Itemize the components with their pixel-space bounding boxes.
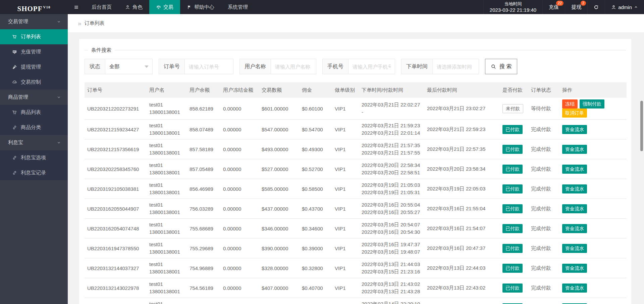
input-user-name[interactable] (271, 64, 316, 70)
recharge-shortcut[interactable]: 充值 22 (542, 0, 565, 14)
cell-paid: 已付款 (500, 278, 528, 298)
action-button-取消订单[interactable]: 取消订单 (562, 108, 587, 118)
link-icon (12, 125, 17, 130)
person-icon (125, 5, 130, 10)
search-legend: 条件搜索 (88, 47, 115, 53)
withdraw-shortcut[interactable]: 提现 2 (565, 0, 587, 14)
cell-frozen: 0.00000 (220, 258, 259, 278)
sidebar-item-goods-list[interactable]: 商品列表 (0, 105, 68, 120)
action-button-资金流水[interactable]: 资金流水 (562, 204, 587, 213)
cell-pay-time: 2022年03月16日 20:55:27 (362, 209, 422, 216)
cell-order_no: UB2203132144037327 (85, 258, 147, 278)
cell-paid: 已付款 (500, 179, 528, 199)
sidebar-item-lixibao-options[interactable]: 利息宝选项 (0, 150, 68, 165)
sidebar-group-goods-mgmt[interactable]: 商品管理 (0, 90, 68, 105)
cell-user: test0113800138001 (147, 98, 187, 120)
cell-username: test01 (149, 241, 184, 248)
nav-item-home[interactable]: 后台首页 (85, 0, 118, 14)
action-button-资金流水[interactable]: 资金流水 (562, 125, 587, 134)
cell-actions: 资金流水 (559, 120, 627, 139)
paid-badge[interactable]: 已付款 (502, 264, 523, 273)
action-button-资金流水[interactable]: 资金流水 (562, 264, 587, 273)
sidebar-item-goods-category[interactable]: 商品分类 (0, 120, 68, 135)
cell-order_no: UB2203162055044907 (85, 199, 147, 219)
paid-badge[interactable]: 未付款 (502, 104, 523, 113)
cell-level: VIP1 (332, 120, 359, 139)
column-header-balance: 用户余额 (187, 82, 220, 98)
paid-badge[interactable]: 已付款 (502, 244, 523, 253)
action-button-资金流水[interactable]: 资金流水 (562, 244, 587, 253)
scrollbar-thumb[interactable] (640, 101, 643, 151)
paid-badge[interactable]: 已付款 (502, 204, 523, 213)
cell-order_time: 2022年03月21日 22:02:27- (359, 98, 424, 120)
cell-pay-time: 2022年03月20日 22:58:51 (362, 169, 422, 176)
paid-badge[interactable]: 已付款 (502, 184, 523, 193)
input-wrap-order-time (432, 59, 479, 74)
paid-badge[interactable]: 已付款 (502, 145, 523, 154)
nav-item-trade[interactable]: 交易 (149, 0, 180, 14)
app-logo: SHOPFV10 (0, 0, 68, 14)
cell-last_pay_time: 2022年03月16日 21:54:07 (424, 219, 500, 238)
cell-amount: $601.00000 (259, 98, 299, 120)
sidebar-item-recharge-mgmt[interactable]: 充值管理 (0, 44, 68, 59)
scrollbar[interactable] (640, 0, 643, 304)
field-label-status: 状态 (85, 59, 105, 74)
sidebar-group-trade-mgmt[interactable]: 交易管理 (0, 14, 68, 29)
input-phone[interactable] (348, 64, 395, 70)
cell-level: VIP1 (332, 278, 359, 298)
sidebar-item-label: 订单列表 (21, 34, 41, 40)
local-time: 当地时间 2023-03-22 21:19:40 (483, 0, 542, 14)
cell-amount: $493.00000 (259, 139, 299, 159)
sidebar-item-trade-control[interactable]: 交易控制 (0, 75, 68, 90)
sidebar-item-label: 提现管理 (21, 64, 41, 70)
cell-user: test0113800138001 (147, 120, 187, 139)
paid-badge[interactable]: 已付款 (502, 224, 523, 233)
select-status[interactable]: 全部 (105, 59, 153, 74)
action-button-资金流水[interactable]: 资金流水 (562, 284, 587, 293)
cell-frozen: 0.00000 (220, 298, 259, 304)
cell-commission: $0.54700 (299, 120, 332, 139)
cell-actions: 冻结强制付款取消订单 (559, 98, 627, 120)
action-button-强制付款[interactable]: 强制付款 (580, 99, 604, 108)
paid-badge[interactable]: 已付款 (502, 125, 523, 134)
search-button[interactable]: 搜 索 (485, 59, 517, 74)
sidebar-group-lixibao[interactable]: 利息宝 (0, 135, 68, 150)
nav-item-toggle[interactable] (68, 0, 85, 14)
cell-user: test0113800138001 (147, 219, 187, 238)
user-menu[interactable]: admin (605, 0, 644, 14)
cell-pay-time: 2022年03月21日 22:01:14 (362, 129, 422, 137)
cell-order_time: 2022年03月16日 19:47:372022年03月16日 19:48:07 (359, 238, 424, 258)
nav-item-label: 角色 (132, 4, 143, 10)
cell-order_time: 2022年03月21日 21:57:352022年03月21日 21:57:55 (359, 139, 424, 159)
refresh-button[interactable] (587, 0, 605, 14)
cell-paid: 已付款 (500, 139, 528, 159)
cell-user: test0113800138001 (147, 278, 187, 298)
cell-user: test0113800138001 (147, 298, 187, 304)
cell-last_pay_time: 2022年03月13日 22:44:03 (424, 258, 500, 278)
input-order-time[interactable] (433, 64, 479, 70)
action-button-资金流水[interactable]: 资金流水 (562, 184, 587, 193)
sidebar-item-order-list[interactable]: 订单列表 (0, 29, 68, 44)
action-button-冻结[interactable]: 冻结 (562, 99, 578, 108)
cell-user: test0113800138001 (147, 199, 187, 219)
action-button-资金流水[interactable]: 资金流水 (562, 224, 587, 233)
paid-badge[interactable]: 已付款 (502, 284, 523, 293)
paid-badge[interactable]: 已付款 (502, 165, 523, 174)
nav-item-system[interactable]: 系统管理 (221, 0, 255, 14)
cell-order-time: 2022年03月21日 21:57:35 (362, 142, 422, 149)
user-icon (611, 5, 616, 10)
nav-item-role[interactable]: 角色 (118, 0, 149, 14)
chevron-down-icon (57, 140, 61, 145)
cell-order-time: 2022年03月20日 22:58:34 (362, 162, 422, 169)
input-order-no[interactable] (185, 64, 233, 70)
cell-level: VIP1 (332, 159, 359, 179)
sidebar-item-withdraw-mgmt[interactable]: 提现管理 (0, 59, 68, 75)
action-button-资金流水[interactable]: 资金流水 (562, 165, 587, 174)
cell-status: 完成付款 (528, 139, 559, 159)
column-header-order_time: 下单时间/付款时间 (359, 82, 424, 98)
cell-pay-time: 2022年03月13日 21:43:28 (362, 288, 422, 295)
sidebar-item-lixibao-records[interactable]: 利息宝记录 (0, 165, 68, 180)
nav-item-help[interactable]: 帮助中心 (180, 0, 221, 14)
action-button-资金流水[interactable]: 资金流水 (562, 145, 587, 154)
cell-order_time: 2022年02月14日 22:20:102022年02月27日 17:22:14 (359, 298, 424, 304)
